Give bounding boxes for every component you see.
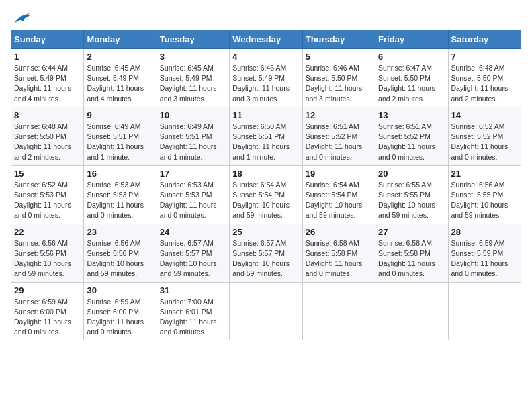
- col-header-wednesday: Wednesday: [230, 30, 302, 49]
- day-detail: Sunrise: 6:56 AMSunset: 5:56 PMDaylight:…: [14, 238, 81, 279]
- day-cell: 15 Sunrise: 6:52 AMSunset: 5:53 PMDaylig…: [11, 165, 84, 224]
- day-cell: 17 Sunrise: 6:53 AMSunset: 5:53 PMDaylig…: [157, 165, 229, 224]
- day-detail: Sunrise: 6:53 AMSunset: 5:53 PMDaylight:…: [87, 180, 153, 221]
- day-detail: Sunrise: 6:48 AMSunset: 5:50 PMDaylight:…: [14, 122, 81, 163]
- day-detail: Sunrise: 6:58 AMSunset: 5:58 PMDaylight:…: [378, 238, 445, 279]
- day-cell: 29 Sunrise: 6:59 AMSunset: 6:00 PMDaylig…: [11, 282, 84, 340]
- day-detail: Sunrise: 6:48 AMSunset: 5:50 PMDaylight:…: [451, 63, 518, 104]
- col-header-saturday: Saturday: [448, 30, 521, 49]
- day-cell: 1 Sunrise: 6:44 AMSunset: 5:49 PMDayligh…: [11, 49, 84, 107]
- logo-bird-icon: [13, 11, 32, 26]
- page-header: [11, 11, 521, 21]
- day-cell: 11 Sunrise: 6:50 AMSunset: 5:51 PMDaylig…: [230, 107, 302, 165]
- day-number: 18: [232, 169, 299, 179]
- day-cell: 4 Sunrise: 6:46 AMSunset: 5:49 PMDayligh…: [230, 49, 302, 107]
- day-cell: 30 Sunrise: 6:59 AMSunset: 6:00 PMDaylig…: [84, 282, 157, 340]
- day-detail: Sunrise: 6:51 AMSunset: 5:52 PMDaylight:…: [378, 122, 445, 163]
- day-number: 28: [451, 227, 518, 237]
- day-cell: 27 Sunrise: 6:58 AMSunset: 5:58 PMDaylig…: [375, 224, 448, 282]
- day-cell: [448, 282, 521, 340]
- day-number: 6: [378, 52, 445, 62]
- day-number: 8: [14, 110, 81, 120]
- day-cell: 16 Sunrise: 6:53 AMSunset: 5:53 PMDaylig…: [84, 165, 157, 224]
- day-detail: Sunrise: 6:50 AMSunset: 5:51 PMDaylight:…: [232, 122, 299, 163]
- day-detail: Sunrise: 6:55 AMSunset: 5:55 PMDaylight:…: [378, 180, 445, 221]
- day-number: 15: [14, 169, 81, 179]
- day-detail: Sunrise: 6:57 AMSunset: 5:57 PMDaylight:…: [232, 238, 299, 279]
- day-cell: 10 Sunrise: 6:49 AMSunset: 5:51 PMDaylig…: [157, 107, 229, 165]
- day-number: 1: [14, 52, 81, 62]
- day-cell: 3 Sunrise: 6:45 AMSunset: 5:49 PMDayligh…: [157, 49, 229, 107]
- day-number: 16: [87, 169, 153, 179]
- col-header-tuesday: Tuesday: [157, 30, 229, 49]
- day-cell: 31 Sunrise: 7:00 AMSunset: 6:01 PMDaylig…: [157, 282, 229, 340]
- day-detail: Sunrise: 6:52 AMSunset: 5:52 PMDaylight:…: [451, 122, 518, 163]
- day-cell: 22 Sunrise: 6:56 AMSunset: 5:56 PMDaylig…: [11, 224, 84, 282]
- day-number: 23: [87, 227, 153, 237]
- day-cell: 14 Sunrise: 6:52 AMSunset: 5:52 PMDaylig…: [448, 107, 521, 165]
- day-number: 14: [451, 110, 518, 120]
- day-cell: 25 Sunrise: 6:57 AMSunset: 5:57 PMDaylig…: [230, 224, 302, 282]
- day-number: 24: [160, 227, 226, 237]
- day-number: 25: [232, 227, 299, 237]
- col-header-friday: Friday: [375, 30, 448, 49]
- day-detail: Sunrise: 6:56 AMSunset: 5:55 PMDaylight:…: [451, 180, 518, 221]
- day-number: 12: [306, 110, 372, 120]
- day-number: 11: [232, 110, 299, 120]
- calendar-table: SundayMondayTuesdayWednesdayThursdayFrid…: [11, 30, 521, 340]
- day-detail: Sunrise: 7:00 AMSunset: 6:01 PMDaylight:…: [160, 297, 226, 338]
- day-detail: Sunrise: 6:54 AMSunset: 5:54 PMDaylight:…: [232, 180, 299, 221]
- day-cell: 7 Sunrise: 6:48 AMSunset: 5:50 PMDayligh…: [448, 49, 521, 107]
- day-cell: 9 Sunrise: 6:49 AMSunset: 5:51 PMDayligh…: [84, 107, 157, 165]
- day-cell: 19 Sunrise: 6:54 AMSunset: 5:54 PMDaylig…: [302, 165, 375, 224]
- day-cell: 28 Sunrise: 6:59 AMSunset: 5:59 PMDaylig…: [448, 224, 521, 282]
- day-number: 19: [306, 169, 372, 179]
- day-cell: [375, 282, 448, 340]
- day-detail: Sunrise: 6:46 AMSunset: 5:50 PMDaylight:…: [306, 63, 372, 104]
- day-number: 20: [378, 169, 445, 179]
- day-detail: Sunrise: 6:59 AMSunset: 6:00 PMDaylight:…: [87, 297, 153, 338]
- day-detail: Sunrise: 6:54 AMSunset: 5:54 PMDaylight:…: [306, 180, 372, 221]
- day-number: 2: [87, 52, 153, 62]
- day-detail: Sunrise: 6:51 AMSunset: 5:52 PMDaylight:…: [306, 122, 372, 163]
- day-cell: 5 Sunrise: 6:46 AMSunset: 5:50 PMDayligh…: [302, 49, 375, 107]
- day-detail: Sunrise: 6:52 AMSunset: 5:53 PMDaylight:…: [14, 180, 81, 221]
- col-header-monday: Monday: [84, 30, 157, 49]
- logo: [11, 11, 32, 21]
- day-detail: Sunrise: 6:49 AMSunset: 5:51 PMDaylight:…: [160, 122, 226, 163]
- day-detail: Sunrise: 6:53 AMSunset: 5:53 PMDaylight:…: [160, 180, 226, 221]
- day-cell: 13 Sunrise: 6:51 AMSunset: 5:52 PMDaylig…: [375, 107, 448, 165]
- day-number: 5: [306, 52, 372, 62]
- week-row-2: 8 Sunrise: 6:48 AMSunset: 5:50 PMDayligh…: [11, 107, 521, 165]
- col-header-sunday: Sunday: [11, 30, 84, 49]
- day-detail: Sunrise: 6:44 AMSunset: 5:49 PMDaylight:…: [14, 63, 81, 104]
- day-detail: Sunrise: 6:59 AMSunset: 5:59 PMDaylight:…: [451, 238, 518, 279]
- day-detail: Sunrise: 6:57 AMSunset: 5:57 PMDaylight:…: [160, 238, 226, 279]
- day-detail: Sunrise: 6:49 AMSunset: 5:51 PMDaylight:…: [87, 122, 153, 163]
- day-cell: 26 Sunrise: 6:58 AMSunset: 5:58 PMDaylig…: [302, 224, 375, 282]
- day-number: 9: [87, 110, 153, 120]
- day-number: 7: [451, 52, 518, 62]
- day-cell: [230, 282, 302, 340]
- day-number: 31: [160, 285, 226, 295]
- week-row-1: 1 Sunrise: 6:44 AMSunset: 5:49 PMDayligh…: [11, 49, 521, 107]
- day-cell: 24 Sunrise: 6:57 AMSunset: 5:57 PMDaylig…: [157, 224, 229, 282]
- day-detail: Sunrise: 6:47 AMSunset: 5:50 PMDaylight:…: [378, 63, 445, 104]
- day-cell: [302, 282, 375, 340]
- day-detail: Sunrise: 6:56 AMSunset: 5:56 PMDaylight:…: [87, 238, 153, 279]
- day-cell: 6 Sunrise: 6:47 AMSunset: 5:50 PMDayligh…: [375, 49, 448, 107]
- day-number: 3: [160, 52, 226, 62]
- day-number: 4: [232, 52, 299, 62]
- day-number: 27: [378, 227, 445, 237]
- day-cell: 18 Sunrise: 6:54 AMSunset: 5:54 PMDaylig…: [230, 165, 302, 224]
- day-detail: Sunrise: 6:45 AMSunset: 5:49 PMDaylight:…: [87, 63, 153, 104]
- day-number: 13: [378, 110, 445, 120]
- day-number: 29: [14, 285, 81, 295]
- day-cell: 23 Sunrise: 6:56 AMSunset: 5:56 PMDaylig…: [84, 224, 157, 282]
- day-number: 10: [160, 110, 226, 120]
- day-number: 30: [87, 285, 153, 295]
- day-detail: Sunrise: 6:45 AMSunset: 5:49 PMDaylight:…: [160, 63, 226, 104]
- day-cell: 8 Sunrise: 6:48 AMSunset: 5:50 PMDayligh…: [11, 107, 84, 165]
- day-number: 17: [160, 169, 226, 179]
- day-detail: Sunrise: 6:59 AMSunset: 6:00 PMDaylight:…: [14, 297, 81, 338]
